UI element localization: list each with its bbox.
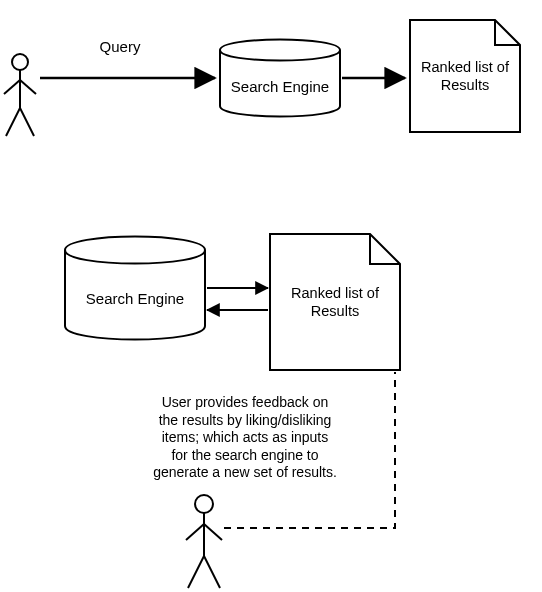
search-engine-cylinder-bottom <box>65 237 205 340</box>
svg-line-9 <box>204 524 222 540</box>
user-actor-icon <box>4 54 36 136</box>
svg-point-6 <box>195 495 213 513</box>
svg-line-10 <box>188 556 204 588</box>
user-actor-bottom-icon <box>186 495 222 588</box>
svg-line-11 <box>204 556 220 588</box>
results-label-top: Ranked list of Results <box>412 58 518 94</box>
search-engine-label-top: Search Engine <box>222 78 338 97</box>
svg-point-0 <box>12 54 28 70</box>
search-engine-label-bottom: Search Engine <box>70 290 200 309</box>
svg-line-5 <box>20 108 34 136</box>
svg-line-2 <box>4 80 20 94</box>
query-label: Query <box>80 38 160 57</box>
results-label-bottom: Ranked list of Results <box>276 284 394 320</box>
svg-line-3 <box>20 80 36 94</box>
svg-line-8 <box>186 524 204 540</box>
feedback-description: User provides feedback on the results by… <box>130 394 360 482</box>
svg-line-4 <box>6 108 20 136</box>
